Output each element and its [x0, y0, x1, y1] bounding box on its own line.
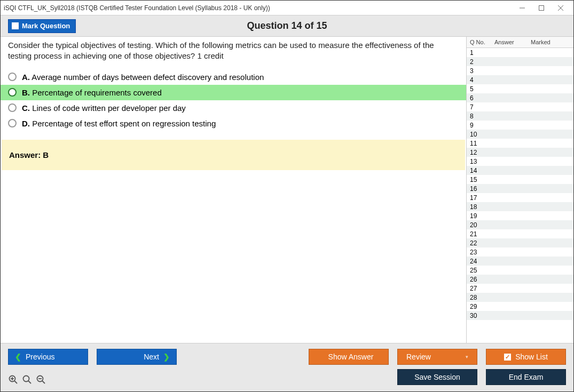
- zoom-in-icon[interactable]: [8, 374, 19, 385]
- option-text: C. Lines of code written per developer p…: [22, 103, 186, 113]
- topbar: Mark Question Question 14 of 15: [1, 15, 573, 37]
- question-list-row[interactable]: 6: [467, 93, 573, 102]
- button-row-1: ❮ Previous Next ❯ Show Answer Review ▾ ✓…: [8, 349, 566, 365]
- question-list-row[interactable]: 18: [467, 202, 573, 211]
- option-b[interactable]: B. Percentage of requirements covered: [1, 85, 466, 100]
- cell-qno: 22: [470, 239, 482, 247]
- question-list-row[interactable]: 22: [467, 238, 573, 247]
- question-list-row[interactable]: 28: [467, 293, 573, 302]
- cell-qno: 1: [470, 49, 482, 57]
- option-text: A. Average number of days between defect…: [22, 73, 264, 82]
- mark-question-button[interactable]: Mark Question: [8, 19, 76, 33]
- option-a[interactable]: A. Average number of days between defect…: [1, 69, 466, 85]
- radio-icon: [8, 88, 17, 97]
- cell-qno: 23: [470, 249, 482, 256]
- question-list-row[interactable]: 25: [467, 266, 573, 275]
- cell-qno: 9: [470, 122, 482, 129]
- show-list-button[interactable]: ✓ Show List: [486, 349, 566, 365]
- chevron-left-icon: ❮: [15, 353, 21, 361]
- close-button[interactable]: [551, 2, 570, 14]
- question-list-body[interactable]: 1234567891011121314151617181920212223242…: [467, 48, 573, 343]
- review-label: Review: [406, 353, 431, 361]
- previous-label: Previous: [26, 353, 54, 361]
- question-list-row[interactable]: 1: [467, 48, 573, 57]
- radio-icon: [8, 119, 17, 127]
- svg-line-11: [42, 381, 45, 383]
- question-list-row[interactable]: 21: [467, 229, 573, 238]
- question-list-row[interactable]: 17: [467, 193, 573, 202]
- cell-qno: 18: [470, 203, 482, 211]
- review-button[interactable]: Review ▾: [397, 349, 477, 365]
- option-d[interactable]: D. Percentage of test effort spent on re…: [1, 116, 466, 131]
- question-list-row[interactable]: 30: [467, 311, 573, 320]
- question-list-row[interactable]: 10: [467, 130, 573, 139]
- question-list-row[interactable]: 14: [467, 166, 573, 175]
- question-list-row[interactable]: 26: [467, 275, 573, 284]
- save-session-button[interactable]: Save Session: [397, 369, 477, 385]
- maximize-button[interactable]: [532, 2, 551, 14]
- cell-qno: 24: [470, 258, 482, 265]
- chevron-down-icon: ▾: [466, 354, 468, 359]
- question-list-row[interactable]: 3: [467, 66, 573, 75]
- cell-qno: 2: [470, 58, 482, 66]
- cell-qno: 10: [470, 131, 482, 138]
- cell-qno: 6: [470, 94, 482, 102]
- svg-point-8: [23, 376, 29, 382]
- question-list-row[interactable]: 24: [467, 257, 573, 266]
- save-session-label: Save Session: [414, 373, 460, 381]
- question-list-row[interactable]: 20: [467, 220, 573, 229]
- svg-line-9: [28, 381, 31, 383]
- question-list-row[interactable]: 7: [467, 102, 573, 111]
- question-prompt: Consider the typical objectives of testi…: [1, 40, 466, 68]
- question-list-row[interactable]: 11: [467, 139, 573, 148]
- bottom-toolbar: ❮ Previous Next ❯ Show Answer Review ▾ ✓…: [1, 343, 573, 391]
- question-list-row[interactable]: 15: [467, 175, 573, 184]
- question-list-row[interactable]: 29: [467, 302, 573, 311]
- minimize-button[interactable]: [513, 2, 532, 14]
- question-list-row[interactable]: 12: [467, 148, 573, 157]
- question-list-row[interactable]: 13: [467, 157, 573, 166]
- radio-icon: [8, 103, 17, 112]
- cell-qno: 4: [470, 76, 482, 84]
- cell-qno: 19: [470, 212, 482, 220]
- cell-qno: 26: [470, 276, 482, 283]
- question-progress-header: Question 14 of 15: [247, 20, 327, 31]
- question-list-row[interactable]: 19: [467, 211, 573, 220]
- zoom-out-icon[interactable]: [36, 374, 46, 385]
- question-list-row[interactable]: 9: [467, 121, 573, 130]
- next-button[interactable]: Next ❯: [97, 349, 177, 365]
- cell-qno: 27: [470, 285, 482, 292]
- end-exam-button[interactable]: End Exam: [486, 369, 566, 385]
- question-list-row[interactable]: 23: [467, 247, 573, 257]
- radio-icon: [8, 73, 17, 81]
- show-list-label: Show List: [515, 353, 548, 361]
- titlebar: iSQI CTFL_UK_Syll2018 (ISTQB Certified T…: [1, 1, 573, 15]
- option-c[interactable]: C. Lines of code written per developer p…: [1, 100, 466, 116]
- cell-qno: 28: [470, 294, 482, 301]
- question-list-row[interactable]: 27: [467, 284, 573, 293]
- question-list-row[interactable]: 8: [467, 111, 573, 121]
- cell-qno: 16: [470, 185, 482, 193]
- window-title: iSQI CTFL_UK_Syll2018 (ISTQB Certified T…: [4, 4, 513, 12]
- svg-line-5: [14, 381, 17, 383]
- svg-rect-1: [539, 5, 544, 10]
- cell-qno: 3: [470, 67, 482, 75]
- question-list-row[interactable]: 16: [467, 184, 573, 193]
- next-label: Next: [144, 353, 159, 361]
- checkbox-checked-icon: ✓: [504, 354, 511, 361]
- options-list: A. Average number of days between defect…: [1, 69, 466, 131]
- mark-question-label: Mark Question: [22, 22, 70, 30]
- question-list-panel: Q No. Answer Marked 12345678910111213141…: [467, 37, 573, 343]
- option-text: B. Percentage of requirements covered: [22, 88, 162, 97]
- question-list-row[interactable]: 5: [467, 84, 573, 93]
- checkbox-icon: [12, 22, 19, 29]
- cell-qno: 13: [470, 158, 482, 165]
- zoom-reset-icon[interactable]: [22, 374, 33, 385]
- cell-qno: 21: [470, 230, 482, 238]
- cell-qno: 7: [470, 103, 482, 111]
- show-answer-button[interactable]: Show Answer: [309, 349, 389, 365]
- question-list-row[interactable]: 2: [467, 57, 573, 66]
- previous-button[interactable]: ❮ Previous: [8, 349, 88, 365]
- cell-qno: 12: [470, 149, 482, 156]
- question-list-row[interactable]: 4: [467, 75, 573, 84]
